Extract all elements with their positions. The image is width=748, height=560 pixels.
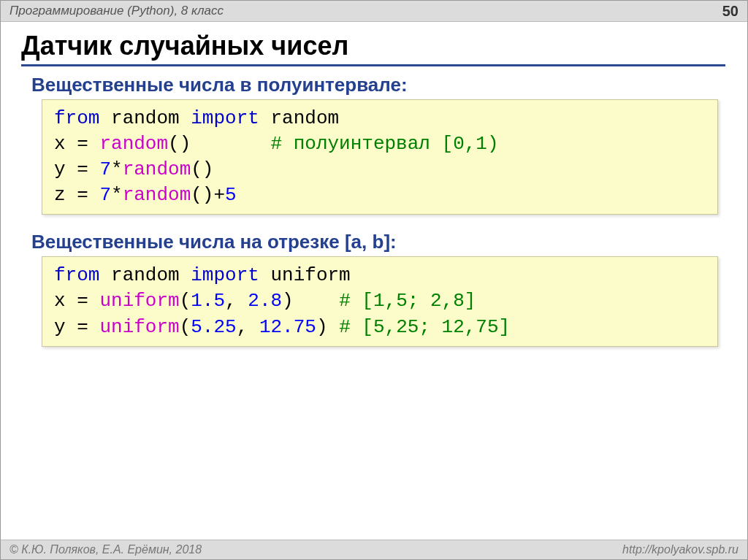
c2l3-pad <box>328 316 340 338</box>
c2l3-comma: , <box>237 316 259 338</box>
course-title: Программирование (Python), 8 класс <box>9 4 224 18</box>
c2l3-pre: y = <box>54 316 99 338</box>
c2l3-close: ) <box>316 316 328 338</box>
c2l2-a2: 2.8 <box>248 290 282 312</box>
c1l4-post: ()+ <box>191 184 225 206</box>
c1l4-star: * <box>111 184 123 206</box>
c2l2-comma: , <box>225 290 248 312</box>
c1l2-comment: # полуинтервал [0,1) <box>270 133 498 155</box>
c2l3-comment: # [5,25; 12,75] <box>339 316 510 338</box>
c1l3-star: * <box>111 158 123 180</box>
heading: Датчик случайных чисел <box>1 22 747 69</box>
title-underline <box>21 64 725 66</box>
c2l2-pre: x = <box>54 290 99 312</box>
c2l2-open: ( <box>180 290 191 312</box>
c1l4-pre: z = <box>54 184 99 206</box>
fn-uniform: uniform <box>99 290 179 312</box>
c2l3-open: ( <box>180 316 191 338</box>
c2l3-a1: 5.25 <box>191 316 236 338</box>
fn-random: random <box>123 158 191 180</box>
imp-random: random <box>259 107 339 129</box>
c2l2-pad <box>294 290 339 312</box>
code-block-2: from random import uniform x = uniform(1… <box>42 256 718 346</box>
fn-random: random <box>123 184 191 206</box>
slide-title: Датчик случайных чисел <box>21 31 727 61</box>
c1l2-post: () <box>168 133 270 155</box>
slide: Программирование (Python), 8 класс 50 Да… <box>0 0 748 560</box>
footer-url: http://kpolyakov.spb.ru <box>622 543 739 556</box>
kw-from: from <box>54 107 99 129</box>
c2l2-comment: # [1,5; 2,8] <box>339 290 476 312</box>
c1l3-post: () <box>191 158 213 180</box>
c2l3-a2: 12.75 <box>259 316 316 338</box>
code-block-1: from random import random x = random() #… <box>42 99 718 215</box>
c1l4-n1: 7 <box>99 184 111 206</box>
copyright: © К.Ю. Поляков, Е.А. Ерёмин, 2018 <box>9 543 202 556</box>
header-bar: Программирование (Python), 8 класс 50 <box>1 1 747 22</box>
fn-uniform: uniform <box>99 316 179 338</box>
kw-import: import <box>191 107 259 129</box>
mod-random: random <box>99 264 191 286</box>
c2l2-close: ) <box>282 290 294 312</box>
imp-uniform: uniform <box>259 264 351 286</box>
c1l3-pre: y = <box>54 158 99 180</box>
c1l4-n2: 5 <box>225 184 237 206</box>
c1l2-pre: x = <box>54 133 99 155</box>
footer-bar: © К.Ю. Поляков, Е.А. Ерёмин, 2018 http:/… <box>1 540 747 559</box>
mod-random: random <box>99 107 191 129</box>
section-2-label: Вещественные числа на отрезке [a, b]: <box>1 226 747 256</box>
kw-from: from <box>54 264 99 286</box>
page-number: 50 <box>722 3 739 20</box>
section-1-label: Вещественные числа в полуинтервале: <box>1 69 747 99</box>
fn-random: random <box>99 133 168 155</box>
c1l3-n1: 7 <box>99 158 111 180</box>
kw-import: import <box>191 264 259 286</box>
c2l2-a1: 1.5 <box>191 290 225 312</box>
